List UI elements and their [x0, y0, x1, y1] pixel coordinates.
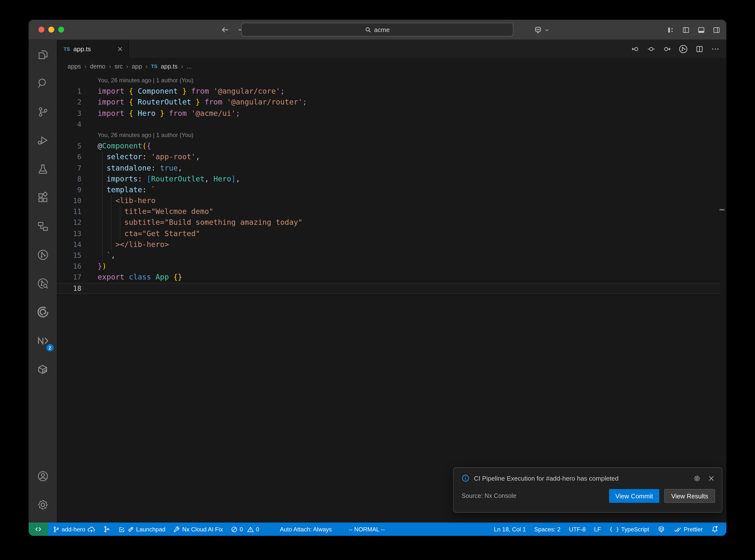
code-text: export class App {} [98, 272, 182, 283]
command-center-search[interactable]: acme [241, 23, 513, 37]
line-number: 10 [57, 195, 98, 206]
gitlens-search-icon[interactable] [31, 272, 55, 295]
tab-app-ts[interactable]: TS app.ts [57, 40, 129, 58]
warning-count: 0 [256, 526, 259, 533]
chevron-right-icon: › [109, 63, 111, 70]
encoding-item[interactable]: UTF-8 [566, 526, 589, 533]
line-number: 12 [57, 217, 98, 228]
typescript-file-icon: TS [64, 46, 70, 52]
testing-icon[interactable] [31, 157, 55, 181]
toggle-panel-icon[interactable] [697, 26, 705, 34]
breadcrumb-item-apps[interactable]: apps [67, 63, 81, 70]
code-line[interactable]: 5@Component({ [57, 140, 727, 151]
code-line[interactable]: 8 imports: [RouterOutlet, Hero], [57, 173, 727, 184]
screen: acme [0, 0, 755, 560]
code-line[interactable]: 3import { Hero } from '@acme/ui'; [57, 108, 727, 119]
notifications-bell[interactable] [708, 525, 721, 533]
code-line[interactable]: 10 <lib-hero [57, 195, 727, 206]
line-number: 17 [57, 272, 98, 283]
code-line[interactable]: 2import { RouterOutlet } from '@angular/… [57, 97, 727, 108]
nx-console-icon[interactable]: 2 [31, 329, 55, 353]
code-line[interactable]: 15 `, [57, 250, 727, 261]
code-line[interactable]: 16}) [57, 261, 727, 272]
code-text: import { Hero } from '@acme/ui'; [98, 108, 240, 119]
code-text: import { Component } from '@angular/core… [98, 86, 285, 97]
tasklist-icon [118, 526, 125, 533]
toggle-primary-sidebar-icon[interactable] [682, 26, 690, 34]
code-line[interactable]: 14 ></lib-hero> [57, 239, 727, 250]
formatter-item[interactable]: Prettier [671, 525, 706, 533]
code-text: <lib-hero [98, 195, 156, 206]
current-change-icon[interactable] [647, 45, 655, 53]
remote-indicator[interactable] [28, 522, 48, 536]
error-count: 0 [240, 526, 243, 533]
macos-minimize-button[interactable] [48, 27, 54, 33]
customize-layout-icon[interactable] [667, 26, 675, 34]
vim-mode-item[interactable]: -- NORMAL -- [346, 526, 388, 533]
go-back-icon[interactable] [221, 26, 229, 34]
code-line[interactable]: 7 standalone: true, [57, 162, 727, 173]
breadcrumb-item-app[interactable]: app [132, 63, 142, 70]
wrench-icon [173, 526, 180, 533]
search-icon [365, 26, 371, 33]
run-debug-icon[interactable] [31, 129, 55, 152]
view-commit-button[interactable]: View Commit [609, 489, 660, 503]
open-commit-graph-icon[interactable] [679, 44, 688, 54]
language-item[interactable]: { } TypeScript [606, 526, 652, 533]
launchpad-item[interactable]: Launchpad [115, 526, 168, 533]
toggle-secondary-sidebar-icon[interactable] [713, 26, 720, 34]
code-line[interactable]: 4 [57, 119, 727, 129]
copilot-menu[interactable] [534, 20, 549, 40]
explorer-icon[interactable] [31, 43, 55, 66]
search-view-icon[interactable] [31, 72, 55, 95]
breadcrumb-overflow[interactable]: ... [187, 63, 192, 70]
code-line[interactable]: 17export class App {} [57, 272, 727, 283]
git-branch-item[interactable]: add-hero [50, 525, 98, 533]
source-control-icon[interactable] [31, 100, 55, 124]
problems-item[interactable]: 0 0 [228, 526, 262, 533]
edge-browser-icon[interactable] [31, 300, 55, 324]
code-line[interactable]: 6 selector: 'app-root', [57, 152, 727, 162]
project-graph-icon[interactable] [31, 215, 55, 238]
branch-name: add-hero [62, 526, 85, 533]
breadcrumb-item-file[interactable]: app.ts [161, 63, 178, 70]
commit-graph-icon[interactable] [31, 243, 55, 267]
double-check-icon [674, 525, 682, 533]
code-line[interactable]: 13 cta="Get Started" [57, 228, 727, 239]
code-editor[interactable]: You, 26 minutes ago | 1 author (You)1imp… [57, 75, 727, 522]
cursor-position-item[interactable]: Ln 18, Col 1 [491, 526, 529, 533]
auto-attach-item[interactable]: Auto Attach: Always [277, 526, 335, 533]
code-line[interactable]: 12 subtitle="Build something amazing tod… [57, 217, 727, 228]
gear-icon[interactable] [693, 475, 701, 482]
eol-item[interactable]: LF [591, 526, 604, 533]
code-text: selector: 'app-root', [98, 152, 200, 162]
code-line[interactable]: 11 title="Welcmoe demo" [57, 206, 727, 217]
close-icon[interactable] [708, 475, 715, 482]
code-text: imports: [RouterOutlet, Hero], [98, 173, 240, 184]
accounts-icon[interactable] [31, 464, 55, 488]
breadcrumb-item-src[interactable]: src [114, 63, 122, 70]
macos-close-button[interactable] [38, 27, 44, 33]
tab-close-icon[interactable] [117, 46, 123, 52]
containers-icon[interactable] [31, 357, 55, 381]
more-actions-icon[interactable] [711, 45, 719, 53]
code-line[interactable]: 18 [57, 283, 727, 294]
settings-gear-icon[interactable] [31, 493, 55, 517]
blame-annotation[interactable]: You, 26 minutes ago | 1 author (You) [57, 129, 727, 140]
prev-change-icon[interactable] [631, 45, 640, 53]
copilot-status-item[interactable] [655, 525, 669, 533]
split-editor-icon[interactable] [695, 45, 704, 53]
extensions-icon[interactable] [31, 186, 55, 209]
macos-zoom-button[interactable] [58, 27, 64, 33]
gitlens-graph-item[interactable] [100, 525, 114, 533]
nx-cloud-item[interactable]: Nx Cloud AI Fix [171, 526, 226, 533]
code-line[interactable]: 9 template: ` [57, 184, 727, 195]
line-number: 9 [57, 184, 98, 195]
bell-icon [711, 525, 718, 533]
view-results-button[interactable]: View Results [664, 489, 715, 503]
breadcrumb-item-demo[interactable]: demo [90, 63, 105, 70]
code-line[interactable]: 1import { Component } from '@angular/cor… [57, 86, 727, 97]
indentation-item[interactable]: Spaces: 2 [531, 526, 564, 533]
blame-annotation[interactable]: You, 26 minutes ago | 1 author (You) [57, 75, 727, 86]
next-change-icon[interactable] [663, 45, 671, 53]
